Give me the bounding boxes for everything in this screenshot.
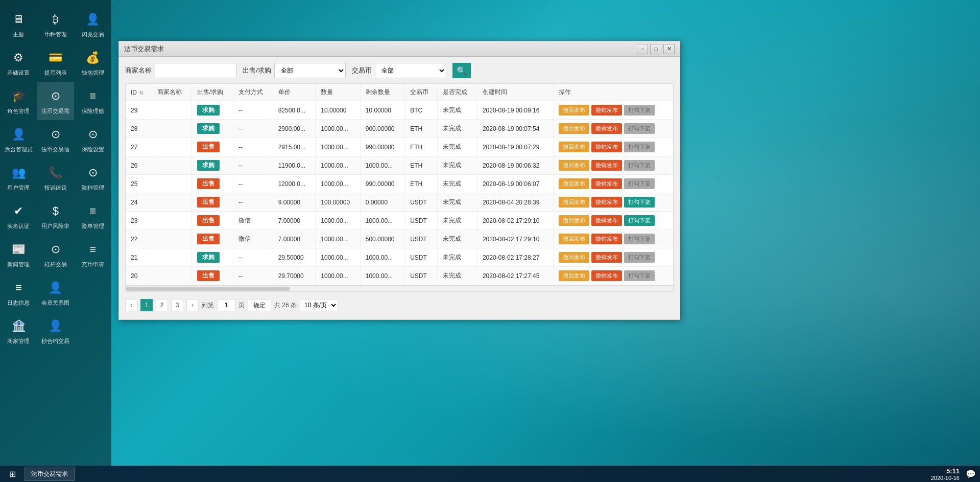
trade-type-select[interactable]: 全部 出售 求购: [274, 63, 346, 78]
recall-button[interactable]: 撤回发布: [559, 252, 589, 263]
search-button[interactable]: 🔍: [452, 63, 471, 78]
cell-trade-type: 出售: [192, 193, 233, 212]
window-title: 法币交易需求: [124, 44, 164, 54]
action-buttons: 撤回发布 撤销发布 打勾下架: [559, 234, 668, 244]
merchant-input[interactable]: [155, 63, 236, 78]
recall-button[interactable]: 撤回发布: [559, 178, 589, 189]
table-row: 26 求购 -- 11900.0... 1000.00... 1000.00..…: [126, 156, 673, 175]
cell-unit-price: 2915.00...: [273, 138, 316, 156]
page-2-button[interactable]: 2: [156, 299, 168, 311]
trade-type-badge: 出售: [197, 215, 220, 226]
page-3-button[interactable]: 3: [171, 299, 183, 311]
cell-merchant: [152, 156, 192, 175]
cell-trade-type: 求购: [192, 248, 233, 267]
recall-button[interactable]: 撤回发布: [559, 234, 589, 244]
col-id: ID ⇅: [126, 84, 152, 101]
cell-remaining: 1000.00...: [360, 248, 404, 267]
minimize-button[interactable]: －: [637, 44, 648, 54]
action-buttons: 撤回发布 撤销发布 打勾下架: [559, 197, 668, 208]
recall-button[interactable]: 撤回发布: [559, 197, 589, 208]
next-page-button[interactable]: ›: [186, 299, 199, 311]
taskbar-active-item[interactable]: 法币交易需求: [25, 467, 75, 481]
cell-remaining: 900.00000: [360, 120, 404, 138]
goto-page-input[interactable]: [217, 299, 235, 311]
trade-type-badge: 求购: [197, 123, 220, 134]
recall-button[interactable]: 撤回发布: [559, 123, 589, 134]
taskbar-start-button[interactable]: ⊞: [4, 467, 20, 481]
delete-button[interactable]: 撤销发布: [591, 123, 622, 134]
col-payment: 支付方式: [233, 84, 273, 101]
match-button[interactable]: 打勾下架: [624, 252, 655, 263]
delete-button[interactable]: 撤销发布: [591, 215, 622, 226]
delete-button[interactable]: 撤销发布: [591, 160, 622, 171]
chat-icon[interactable]: 💬: [966, 469, 976, 479]
total-count: 共 26 条: [274, 301, 297, 310]
col-trade-type: 出售/求购: [192, 84, 233, 101]
page-1-button[interactable]: 1: [140, 299, 153, 311]
horizontal-scrollbar[interactable]: [126, 285, 673, 291]
cell-remaining: 990.00000: [360, 138, 404, 156]
match-button[interactable]: 打勾下架: [624, 197, 655, 208]
cell-trade-type: 求购: [192, 120, 233, 138]
cell-unit-price: 7.00000: [273, 212, 316, 230]
merchant-filter-group: 商家名称: [125, 63, 236, 78]
cell-payment: --: [233, 156, 273, 175]
cell-completed: 未完成: [438, 156, 477, 175]
cell-completed: 未完成: [438, 175, 477, 193]
per-page-select[interactable]: 10 条/页 20 条/页 50 条/页: [300, 299, 338, 311]
cell-id: 25: [126, 175, 152, 193]
recall-button[interactable]: 撤回发布: [559, 142, 589, 152]
scroll-thumb[interactable]: [126, 287, 290, 291]
confirm-goto-button[interactable]: 确定: [248, 299, 271, 311]
delete-button[interactable]: 撤销发布: [591, 270, 622, 281]
recall-button[interactable]: 撤回发布: [559, 160, 589, 171]
recall-button[interactable]: 撤回发布: [559, 215, 589, 226]
delete-button[interactable]: 撤销发布: [591, 234, 622, 244]
delete-button[interactable]: 撤销发布: [591, 142, 622, 152]
cell-created-time: 2020-08-19 00:07:54: [477, 120, 553, 138]
trade-type-badge: 求购: [197, 105, 220, 116]
currency-label: 交易币: [352, 66, 372, 75]
close-button[interactable]: ✕: [663, 44, 675, 54]
currency-filter-group: 交易币 全部 BTC ETH USDT: [352, 63, 446, 78]
match-button[interactable]: 打勾下架: [624, 105, 655, 116]
cell-payment: 微信: [233, 212, 273, 230]
cell-unit-price: 29.50000: [273, 248, 316, 267]
match-button[interactable]: 打勾下架: [624, 215, 655, 226]
cell-merchant: [152, 175, 192, 193]
match-button[interactable]: 打勾下架: [624, 178, 655, 189]
match-button[interactable]: 打勾下架: [624, 234, 655, 244]
match-button[interactable]: 打勾下架: [624, 270, 655, 281]
cell-created-time: 2020-08-02 17:29:10: [477, 230, 553, 248]
taskbar-left: ⊞ 法币交易需求: [4, 467, 75, 481]
trade-type-filter-group: 出售/求购 全部 出售 求购: [243, 63, 346, 78]
cell-quantity: 1000.00...: [316, 138, 360, 156]
match-button[interactable]: 打勾下架: [624, 123, 655, 134]
cell-trade-type: 出售: [192, 267, 233, 285]
cell-remaining: 1000.00...: [360, 267, 404, 285]
match-button[interactable]: 打勾下架: [624, 160, 655, 171]
col-actions: 操作: [553, 84, 673, 101]
prev-page-button[interactable]: ‹: [125, 299, 137, 311]
cell-completed: 未完成: [438, 193, 477, 212]
cell-merchant: [152, 120, 192, 138]
delete-button[interactable]: 撤销发布: [591, 252, 622, 263]
cell-currency: USDT: [405, 212, 438, 230]
cell-merchant: [152, 138, 192, 156]
recall-button[interactable]: 撤回发布: [559, 270, 589, 281]
cell-actions: 撤回发布 撤销发布 打勾下架: [553, 156, 673, 175]
cell-merchant: [152, 248, 192, 267]
delete-button[interactable]: 撤销发布: [591, 178, 622, 189]
delete-button[interactable]: 撤销发布: [591, 197, 622, 208]
cell-payment: --: [233, 267, 273, 285]
cell-unit-price: 7.00000: [273, 230, 316, 248]
page-label: 页: [238, 301, 245, 310]
recall-button[interactable]: 撤回发布: [559, 105, 589, 116]
maximize-button[interactable]: □: [650, 44, 661, 54]
delete-button[interactable]: 撤销发布: [591, 105, 622, 116]
currency-select[interactable]: 全部 BTC ETH USDT: [375, 63, 446, 78]
taskbar: ⊞ 法币交易需求 5:11 2020-10-16 💬: [0, 466, 980, 482]
cell-remaining: 10.00000: [360, 101, 404, 120]
cell-payment: --: [233, 193, 273, 212]
match-button[interactable]: 打勾下架: [624, 142, 655, 152]
